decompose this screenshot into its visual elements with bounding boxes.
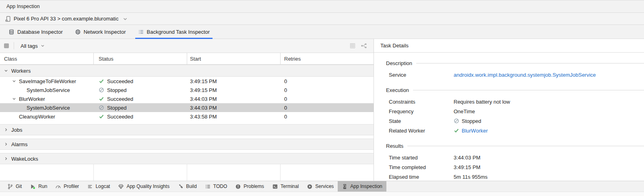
group-row-wakelocks[interactable]: WakeLocks [0, 153, 374, 164]
table-row[interactable]: CleanupWorker Succeeded 3:43:58 PM 0 [0, 112, 374, 121]
detail-row-time-completed: Time completed 3:49:15 PM [386, 162, 644, 172]
table-row[interactable]: SaveImageToFileWorker Succeeded 3:49:15 … [0, 77, 374, 86]
all-tags-label: All tags [21, 43, 38, 49]
services-icon [307, 184, 313, 190]
status-text: Succeeded [107, 96, 133, 102]
toolwindow-label: Run [38, 184, 47, 189]
detail-row-constraints: Constraints Requires battery not low [386, 97, 644, 106]
toolwindow-label: Services [315, 184, 334, 189]
related-worker-link[interactable]: BlurWorker [462, 128, 488, 134]
state-text: Stopped [462, 118, 481, 124]
column-header-retries[interactable]: Retries [281, 53, 374, 64]
stop-inspector-icon[interactable] [4, 43, 9, 48]
section-results: Results [386, 143, 644, 149]
detail-label: Constraints [386, 99, 454, 105]
database-icon [8, 29, 14, 35]
task-details-title: Task Details [380, 43, 409, 49]
toolwindow-profiler[interactable]: Profiler [51, 181, 83, 192]
detail-value: 3:44:03 PM [454, 155, 481, 161]
toolwindow-terminal[interactable]: Terminal [268, 181, 303, 192]
toolwindow-label: Terminal [281, 184, 299, 189]
start-time: 3:44:03 PM [187, 105, 281, 111]
chevron-down-icon[interactable] [11, 96, 17, 102]
detail-row-related-worker: Related Worker BlurWorker [386, 126, 644, 135]
group-label: Alarms [11, 141, 27, 147]
all-tags-dropdown[interactable]: All tags [19, 42, 47, 50]
toolwindow-build[interactable]: Build [173, 181, 201, 192]
column-divider [187, 164, 187, 181]
detail-row-service: Service androidx.work.impl.background.sy… [386, 70, 644, 80]
retries-count: 0 [281, 114, 374, 120]
tool-window-titlebar: App Inspection [0, 0, 644, 13]
toolwindow-git[interactable]: Git [3, 181, 26, 192]
success-check-icon [99, 78, 104, 84]
graph-view-icon[interactable] [361, 43, 367, 49]
section-rule [416, 63, 644, 63]
detail-value: Requires battery not low [454, 99, 510, 105]
column-divider [93, 164, 94, 181]
toolwindow-label: TODO [213, 184, 227, 189]
stopped-icon [99, 87, 104, 93]
task-details-panel: Task Details Description Service android… [374, 39, 644, 181]
tool-window-title: App Inspection [6, 4, 40, 9]
chevron-down-icon[interactable] [11, 78, 17, 84]
tab-database-inspector[interactable]: Database Inspector [2, 25, 69, 39]
worker-class: SystemJobService [27, 87, 70, 93]
section-rule [407, 146, 644, 146]
table-row[interactable]: BlurWorker Succeeded 3:44:03 PM 0 [0, 94, 374, 103]
column-header-class[interactable]: Class [0, 53, 94, 64]
toolwindow-app-quality-insights[interactable]: App Quality Insights [114, 181, 173, 192]
group-row-jobs[interactable]: Jobs [0, 124, 374, 135]
toolwindow-run[interactable]: Run [26, 181, 51, 192]
service-link[interactable]: androidx.work.impl.background.systemjob.… [454, 72, 596, 78]
detail-row-frequency: Frequency OneTime [386, 106, 644, 116]
worker-class: SaveImageToFileWorker [19, 78, 76, 84]
success-check-icon [99, 114, 104, 119]
start-time: 3:44:03 PM [187, 96, 281, 102]
table-view-icon[interactable] [349, 43, 356, 49]
group-row-workers[interactable]: Workers [0, 65, 374, 77]
task-list-icon [138, 29, 144, 35]
stopped-icon [454, 118, 459, 124]
retries-count: 0 [281, 78, 374, 84]
tab-label: Database Inspector [17, 29, 63, 35]
group-label: Jobs [11, 127, 22, 133]
toolwindow-label: Logcat [95, 184, 110, 189]
worker-class: BlurWorker [19, 96, 45, 102]
chevron-right-icon [3, 127, 9, 133]
worker-class: CleanupWorker [19, 114, 55, 120]
column-header-start[interactable]: Start [187, 53, 281, 64]
toolwindow-problems[interactable]: Problems [231, 181, 268, 192]
start-time: 3:49:15 PM [187, 78, 281, 84]
tab-background-task-inspector[interactable]: Background Task Inspector [132, 25, 216, 39]
toolwindow-app-inspection[interactable]: App Inspection [338, 181, 386, 192]
section-execution: Execution [386, 87, 644, 93]
detail-value: OneTime [454, 108, 475, 114]
detail-row-state: State Stopped [386, 116, 644, 126]
column-divider [280, 164, 281, 181]
table-row-selected[interactable]: SystemJobService Stopped 3:44:03 PM 0 [0, 103, 374, 112]
todo-list-icon [205, 184, 211, 190]
toolwindow-services[interactable]: Services [303, 181, 338, 192]
toolbar-separator [14, 42, 14, 49]
chevron-down-icon[interactable] [122, 16, 128, 22]
detail-label: Time started [386, 155, 454, 161]
detail-label: Service [386, 72, 454, 78]
device-process-selector[interactable]: Pixel 6 Pro API 33 > com.example.bluroma… [14, 16, 118, 22]
tool-window-bar: Git Run Profiler Logcat [0, 181, 644, 192]
chevron-right-icon [3, 141, 9, 147]
problems-icon [235, 184, 241, 190]
toolwindow-logcat[interactable]: Logcat [83, 181, 114, 192]
status-text: Stopped [107, 105, 126, 111]
tab-network-inspector[interactable]: Network Inspector [69, 25, 132, 39]
main-content: All tags [0, 39, 644, 181]
table-row[interactable]: SystemJobService Stopped 3:49:15 PM 0 [0, 86, 374, 94]
column-header-status[interactable]: Status [94, 53, 187, 64]
chevron-down-icon [40, 43, 45, 49]
detail-label: Frequency [386, 108, 454, 114]
toolwindow-todo[interactable]: TODO [201, 181, 231, 192]
detail-label: State [386, 118, 454, 124]
tab-label: Background Task Inspector [147, 29, 210, 35]
group-row-alarms[interactable]: Alarms [0, 139, 374, 150]
globe-icon [75, 29, 81, 35]
